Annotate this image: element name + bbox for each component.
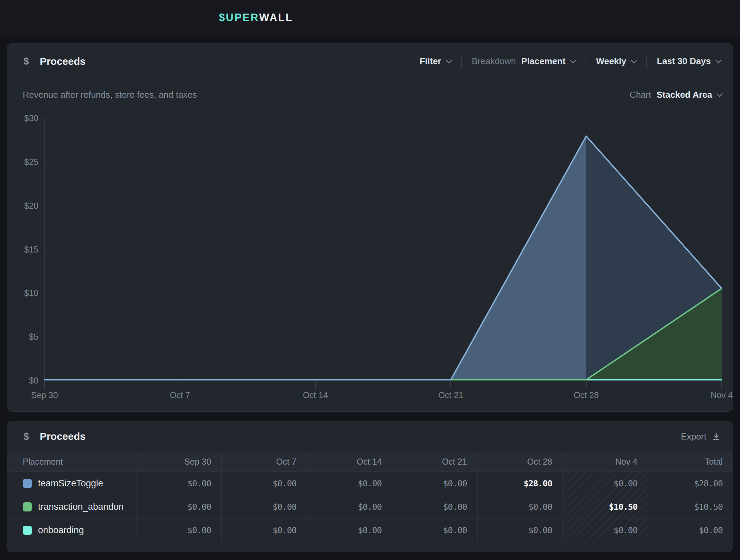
column-header[interactable]: Oct 28 xyxy=(477,452,562,472)
table-cell: $0.00 xyxy=(221,519,307,542)
x-axis-labels: Sep 30 Oct 7 Oct 14 Oct 21 Oct 28 Nov 4 xyxy=(44,390,722,402)
cell-value: $0.00 xyxy=(614,525,637,535)
y-tick-label: $5 xyxy=(29,332,38,342)
download-icon xyxy=(712,432,721,441)
top-bar: $UPERWALL xyxy=(0,0,740,35)
table-cell: $0.00 xyxy=(221,472,307,495)
divider xyxy=(646,55,647,68)
y-tick-label: $0 xyxy=(29,376,38,386)
column-header-placement[interactable]: Placement xyxy=(7,452,136,472)
column-header[interactable]: Nov 4 xyxy=(562,452,648,472)
x-tick-label: Oct 21 xyxy=(438,390,463,400)
cell-value: $0.00 xyxy=(358,502,382,512)
placement-name: onboarding xyxy=(38,525,84,536)
table-cell: $0.00 xyxy=(307,472,392,495)
row-label-cell: teamSizeToggle xyxy=(7,472,136,495)
table-cell: $0.00 xyxy=(392,472,477,495)
divider xyxy=(409,55,409,68)
column-header[interactable]: Oct 7 xyxy=(221,452,307,472)
table-cell: $0.00 xyxy=(136,472,221,495)
chart-subtitle: Revenue after refunds, store fees, and t… xyxy=(23,90,197,100)
dollar-icon: $ xyxy=(23,56,29,67)
y-tick-label: $20 xyxy=(24,201,38,210)
table-cell: $28.00 xyxy=(477,472,562,495)
chevron-down-icon xyxy=(631,57,637,63)
cell-value: $0.00 xyxy=(187,502,211,512)
x-tick-label: Oct 7 xyxy=(170,390,190,400)
cell-value: $0.00 xyxy=(187,479,211,488)
chart-type-value: Stacked Area xyxy=(656,90,712,100)
chart-type-dropdown[interactable]: Chart Stacked Area xyxy=(630,90,722,100)
table-cell-partial-week: $0.00 xyxy=(562,519,648,542)
table-cell-total: $0.00 xyxy=(648,519,733,542)
cell-value: $0.00 xyxy=(273,502,296,512)
column-header[interactable]: Sep 30 xyxy=(136,452,221,472)
chart-panel-header: $ Proceeds Filter Breakdown Placement We… xyxy=(7,43,733,79)
table-cell: $0.00 xyxy=(136,519,221,542)
table-cell: $0.00 xyxy=(477,519,562,542)
export-label: Export xyxy=(681,431,706,442)
table-cell: $0.00 xyxy=(307,519,392,542)
cell-value: $28.00 xyxy=(694,479,723,488)
cell-value: $0.00 xyxy=(443,479,467,488)
x-tick-label: Oct 28 xyxy=(574,390,599,400)
row-label-cell: transaction_abandon xyxy=(7,495,136,519)
cell-value: $0.00 xyxy=(699,525,723,535)
logo-primary: $UPER xyxy=(219,12,259,24)
cell-value: $0.00 xyxy=(528,525,552,535)
cell-value: $0.00 xyxy=(273,479,296,488)
filter-label: Filter xyxy=(420,56,441,67)
table-cell: $0.00 xyxy=(307,495,392,519)
date-range-dropdown[interactable]: Last 30 Days xyxy=(657,56,721,67)
y-tick-label: $25 xyxy=(24,157,38,167)
chart-controls: Filter Breakdown Placement Weekly Last 3… xyxy=(399,55,721,68)
row-label-cell: onboarding xyxy=(7,519,136,542)
x-tick-label: Sep 30 xyxy=(31,390,58,400)
table-title: Proceeds xyxy=(40,431,86,442)
cell-value: $0.00 xyxy=(528,502,552,512)
interval-dropdown[interactable]: Weekly xyxy=(596,56,636,67)
chevron-down-icon xyxy=(715,57,721,63)
divider xyxy=(586,55,586,68)
table-cell-total: $28.00 xyxy=(648,472,733,495)
chevron-down-icon xyxy=(446,57,452,63)
column-header[interactable]: Oct 21 xyxy=(392,452,477,472)
table-cell: $0.00 xyxy=(392,519,477,542)
chevron-down-icon xyxy=(717,91,723,97)
superwall-logo[interactable]: $UPERWALL xyxy=(219,0,293,35)
export-button[interactable]: Export xyxy=(681,431,721,442)
table-cell: $0.00 xyxy=(136,495,221,519)
y-tick-label: $15 xyxy=(24,244,38,254)
chart-subheader: Revenue after refunds, store fees, and t… xyxy=(7,79,733,100)
x-axis-ticks xyxy=(44,380,722,389)
breakdown-dropdown[interactable]: Breakdown Placement xyxy=(472,56,575,67)
table-cell: $0.00 xyxy=(392,495,477,519)
proceeds-chart-panel: $ Proceeds Filter Breakdown Placement We… xyxy=(7,43,733,412)
series-swatch xyxy=(23,479,32,488)
placement-name: transaction_abandon xyxy=(38,502,124,512)
logo-secondary: WALL xyxy=(259,12,293,24)
table-panel-header: $ Proceeds Export xyxy=(7,421,733,452)
date-range-value: Last 30 Days xyxy=(657,56,711,67)
column-header[interactable]: Oct 14 xyxy=(307,452,392,472)
cell-value: $28.00 xyxy=(523,479,552,488)
cell-value: $10.50 xyxy=(609,502,637,512)
cell-value: $0.00 xyxy=(614,479,637,488)
divider xyxy=(461,55,462,68)
filter-dropdown[interactable]: Filter xyxy=(420,56,451,67)
table-cell-total: $10.50 xyxy=(648,495,733,519)
x-tick-label: Oct 14 xyxy=(303,390,328,400)
interval-value: Weekly xyxy=(596,56,626,67)
chevron-down-icon xyxy=(570,57,576,63)
table-cell-partial-week: $10.50 xyxy=(562,495,648,519)
x-tick-label: Nov 4 xyxy=(710,390,733,400)
proceeds-table-panel: $ Proceeds Export Placement Sep 30 Oct 7… xyxy=(7,421,733,552)
cell-value: $0.00 xyxy=(443,525,467,535)
stacked-area-plot[interactable] xyxy=(44,118,722,380)
column-header[interactable]: Total xyxy=(648,452,733,472)
series-swatch xyxy=(23,502,32,511)
breakdown-label: Breakdown xyxy=(472,56,516,67)
chart-type-label: Chart xyxy=(630,90,651,100)
breakdown-value: Placement xyxy=(521,56,566,67)
cell-value: $0.00 xyxy=(358,525,382,535)
